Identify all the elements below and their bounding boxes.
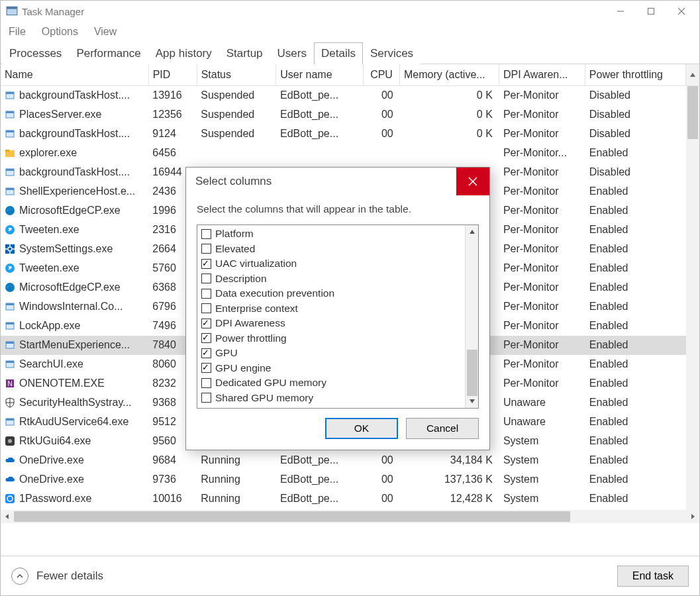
dialog-scroll-down[interactable] <box>466 395 479 408</box>
cell-name: PlacesServer.exe <box>19 109 102 120</box>
column-option[interactable]: GPU engine <box>197 361 465 376</box>
scroll-up-arrow[interactable] <box>686 64 699 86</box>
table-row[interactable]: explorer.exe6456Per-Monitor...Enabled <box>1 144 686 163</box>
vertical-scrollbar[interactable] <box>686 86 699 510</box>
scrollbar-thumb[interactable] <box>687 86 698 139</box>
column-option[interactable]: UAC virtualization <box>197 256 465 272</box>
cell-power: Disabled <box>585 105 686 124</box>
process-icon <box>5 493 15 504</box>
cell-status: Suspended <box>197 105 276 124</box>
col-name[interactable]: Name <box>1 64 148 85</box>
checkbox[interactable] <box>201 303 211 313</box>
checkbox[interactable] <box>201 363 211 373</box>
column-option[interactable]: DPI Awareness <box>197 316 465 331</box>
col-dpi[interactable]: DPI Awaren... <box>499 64 585 85</box>
cell-name: ShellExperienceHost.e... <box>19 185 135 197</box>
details-table-header: Name PID Status User name CPU Memory (ac… <box>1 64 686 86</box>
cell-memory: 137,136 K <box>400 470 499 489</box>
dialog-scrollbar[interactable] <box>465 225 478 408</box>
checkbox[interactable] <box>201 244 211 254</box>
column-option[interactable]: Power throttling <box>197 331 465 346</box>
cell-pid: 9736 <box>148 470 197 489</box>
column-option[interactable]: GPU <box>197 346 465 361</box>
table-row[interactable]: OneDrive.exe9736RunningEdBott_pe...00137… <box>1 470 686 489</box>
dialog-scroll-thumb[interactable] <box>467 350 477 396</box>
tab-processes[interactable]: Processes <box>2 42 69 64</box>
minimize-button[interactable] <box>605 1 636 21</box>
dialog-scroll-up[interactable] <box>466 225 479 238</box>
cell-power: Enabled <box>585 278 686 297</box>
column-option[interactable]: Enterprise context <box>197 301 465 317</box>
cell-power: Enabled <box>585 413 686 432</box>
dialog-title: Select columns <box>195 175 272 188</box>
close-button[interactable] <box>666 1 697 21</box>
checkbox[interactable] <box>201 378 211 388</box>
column-option-label: Power throttling <box>215 332 287 344</box>
svg-rect-8 <box>6 92 14 94</box>
menubar: File Options View <box>1 22 699 42</box>
col-cpu[interactable]: CPU <box>364 64 400 85</box>
process-icon <box>5 474 15 485</box>
end-task-button[interactable]: End task <box>617 566 689 587</box>
col-pid[interactable]: PID <box>148 64 197 85</box>
cell-name: RtkUGui64.exe <box>19 435 91 446</box>
menu-view[interactable]: View <box>90 25 121 39</box>
menu-file[interactable]: File <box>5 25 30 39</box>
svg-text:N: N <box>7 380 12 387</box>
tab-users[interactable]: Users <box>270 42 314 64</box>
svg-point-28 <box>5 283 15 292</box>
process-icon <box>5 224 15 235</box>
cell-name: backgroundTaskHost.... <box>19 166 130 177</box>
tab-startup[interactable]: Startup <box>219 42 270 64</box>
checkbox[interactable] <box>201 289 211 299</box>
checkbox[interactable] <box>201 259 211 269</box>
svg-rect-18 <box>6 188 14 190</box>
column-option[interactable]: Elevated <box>197 242 465 257</box>
cell-cpu: 00 <box>364 489 400 509</box>
dialog-buttons: OK Cancel <box>186 418 489 450</box>
dialog-message: Select the columns that will appear in t… <box>186 195 489 224</box>
column-option[interactable]: Description <box>197 272 465 287</box>
column-option-label: Elevated <box>215 243 255 255</box>
col-power[interactable]: Power throttling <box>585 64 685 85</box>
hscroll-thumb[interactable] <box>14 511 570 522</box>
table-row[interactable]: OneDrive.exe9684RunningEdBott_pe...0034,… <box>1 451 686 470</box>
checkbox[interactable] <box>201 319 211 328</box>
fewer-details-button[interactable]: Fewer details <box>11 568 103 585</box>
svg-rect-42 <box>6 419 14 421</box>
table-row[interactable]: 1Password.exe10016RunningEdBott_pe...001… <box>1 489 686 509</box>
scroll-right-arrow[interactable] <box>686 513 699 520</box>
scroll-left-arrow[interactable] <box>1 513 14 520</box>
dialog-close-button[interactable] <box>456 168 489 195</box>
table-row[interactable]: backgroundTaskHost....13916SuspendedEdBo… <box>1 86 686 105</box>
tab-details[interactable]: Details <box>314 42 363 64</box>
process-icon <box>5 436 15 446</box>
tab-services[interactable]: Services <box>363 42 421 64</box>
table-row[interactable]: backgroundTaskHost....9124SuspendedEdBot… <box>1 124 686 144</box>
cell-dpi: Per-Monitor <box>499 297 585 317</box>
tab-app-history[interactable]: App history <box>148 42 219 64</box>
horizontal-scrollbar[interactable] <box>1 510 699 523</box>
col-user[interactable]: User name <box>276 64 364 85</box>
cell-memory: 0 K <box>400 86 499 105</box>
checkbox[interactable] <box>201 333 211 343</box>
checkbox[interactable] <box>201 393 211 403</box>
column-option[interactable]: Shared GPU memory <box>197 391 465 406</box>
ok-button[interactable]: OK <box>325 418 398 439</box>
checkbox[interactable] <box>201 273 211 283</box>
checkbox[interactable] <box>201 229 211 239</box>
column-option[interactable]: Dedicated GPU memory <box>197 375 465 391</box>
menu-options[interactable]: Options <box>38 25 82 39</box>
column-option[interactable]: Platform <box>197 226 465 242</box>
cell-dpi: Per-Monitor <box>499 221 585 240</box>
checkbox[interactable] <box>201 348 211 358</box>
col-status[interactable]: Status <box>197 64 276 85</box>
cell-pid: 13916 <box>148 86 197 105</box>
col-memory[interactable]: Memory (active... <box>399 64 499 85</box>
cancel-button[interactable]: Cancel <box>406 418 479 439</box>
tab-performance[interactable]: Performance <box>69 42 148 64</box>
table-row[interactable]: PlacesServer.exe12356SuspendedEdBott_pe.… <box>1 105 686 124</box>
maximize-button[interactable] <box>636 1 666 21</box>
column-option[interactable]: Data execution prevention <box>197 286 465 301</box>
tabbar: Processes Performance App history Startu… <box>1 42 699 64</box>
